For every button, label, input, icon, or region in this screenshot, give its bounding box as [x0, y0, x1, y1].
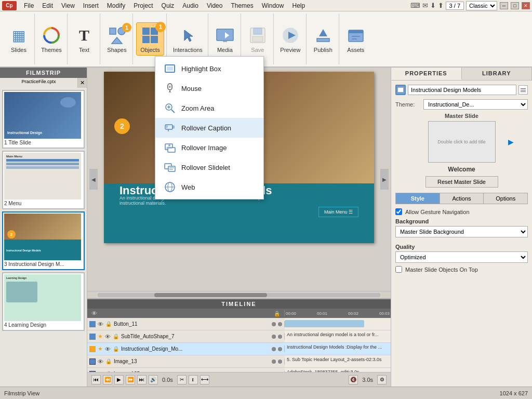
media-button[interactable]: Media [211, 23, 238, 55]
themes-button[interactable]: Themes [38, 23, 65, 55]
reset-master-slide-button[interactable]: Reset Master Slide [425, 176, 498, 188]
tl-right-image13[interactable]: 5. Sub Topic Header Layout_2-assets-02:3… [285, 355, 391, 367]
menu-help[interactable]: Help [288, 1, 309, 10]
timeline-tracks[interactable]: 👁 🔒 Button_11 ★ 👁 [87, 318, 391, 372]
tl-right-image135[interactable]: AdobeStock_180837355_editi:3.0s [285, 368, 391, 372]
slide-thumb-1[interactable]: Instructional Design 1 Title Slide [2, 90, 85, 149]
menu-item-rollover-caption[interactable]: T Rollover Caption [155, 118, 263, 138]
timeline-row-idm[interactable]: ★ 👁 🔒 Instructional_Design_Mo... Instruc… [87, 343, 391, 355]
tl-right-idm[interactable]: Instructional Design Models :Display for… [285, 343, 391, 355]
download-icon[interactable]: ⬇ [430, 2, 436, 9]
text-button[interactable]: T Text [71, 23, 98, 55]
sub-tab-actions[interactable]: Actions [440, 193, 484, 204]
objects-button[interactable]: 1 Objects [136, 22, 164, 56]
sub-tab-style[interactable]: Style [396, 193, 440, 204]
upload-icon[interactable]: ⬆ [438, 2, 444, 9]
timeline-row-subtitle[interactable]: ★ 👁 🔒 SubTitle_AutoShape_7 An instructio… [87, 330, 391, 343]
lock-header-icon[interactable]: 🔒 [274, 311, 280, 316]
menu-window[interactable]: Window [258, 1, 288, 10]
slide-thumb-2[interactable]: Main Menu 2 Menu [2, 151, 85, 209]
tl-split[interactable]: ⫾ [189, 375, 198, 384]
tab-properties[interactable]: PROPERTIES [391, 68, 462, 80]
scrollbar-track[interactable] [98, 293, 380, 297]
master-slide-preview[interactable]: Double click to add title [428, 121, 496, 163]
tl-go-start[interactable]: ⏮ [91, 375, 101, 384]
menu-modify[interactable]: Modify [103, 1, 129, 10]
background-select[interactable]: Master Slide Background [395, 226, 528, 237]
tl-play[interactable]: ▶ [114, 375, 124, 384]
tl-fit[interactable]: ⟷ [200, 375, 209, 384]
menu-video[interactable]: Video [203, 1, 227, 10]
tl-right-button11[interactable] [285, 318, 391, 330]
svg-rect-39 [168, 166, 175, 171]
tl-mute[interactable]: 🔇 [349, 375, 358, 384]
menu-item-highlight-box[interactable]: Highlight Box [155, 59, 263, 78]
menu-view[interactable]: View [57, 1, 79, 10]
menu-edit[interactable]: Edit [38, 1, 57, 10]
tl-right-subtitle[interactable]: An instructional design model is a tool … [285, 330, 391, 342]
interactions-button[interactable]: Interactions [170, 23, 206, 55]
tab-library[interactable]: LIBRARY [462, 68, 533, 80]
master-slide-nav-arrow[interactable]: ▶ [508, 138, 514, 146]
filmstrip-close-tab[interactable]: ✕ [78, 78, 87, 88]
tl-lock-idm[interactable]: 🔒 [113, 346, 119, 352]
sub-tab-options[interactable]: Options [484, 193, 527, 204]
slides-button[interactable]: ▦ Slides [5, 23, 32, 55]
tl-eye-image13[interactable]: 👁 [98, 358, 103, 365]
tl-lock-subtitle[interactable]: 🔒 [113, 334, 119, 339]
timeline-row-button11[interactable]: 👁 🔒 Button_11 [87, 318, 391, 330]
menu-file[interactable]: File [20, 1, 38, 10]
menu-item-rollover-image[interactable]: Rollover Image [155, 138, 263, 157]
rollover-caption-icon: T [164, 122, 176, 134]
publish-button[interactable]: Publish [310, 23, 337, 55]
minimize-button[interactable]: ─ [500, 2, 508, 9]
menu-item-mouse[interactable]: Mouse [155, 78, 263, 98]
shapes-button[interactable]: 1 Shapes [103, 23, 130, 55]
tl-eye-idm[interactable]: 👁 [105, 346, 111, 352]
slide-title-menu[interactable] [518, 85, 528, 95]
tl-settings[interactable]: ⚙ [377, 375, 387, 384]
maximize-button[interactable]: □ [511, 2, 519, 9]
tl-go-end[interactable]: ⏭ [137, 375, 147, 384]
preview-button[interactable]: Preview [277, 23, 304, 55]
tl-audio[interactable]: 🔊 [149, 375, 158, 384]
main-menu-button[interactable]: Main Menu ☰ [318, 207, 358, 217]
keyboard-icon[interactable]: ⌨ [410, 2, 420, 9]
tl-lock-image13[interactable]: 🔒 [105, 358, 112, 364]
save-button[interactable]: Save [244, 23, 271, 55]
canvas-scroll-left[interactable]: ◀ [89, 169, 98, 190]
menu-themes[interactable]: Themes [227, 1, 257, 10]
slide-thumb-4[interactable]: Learning Design 4 Learning Design [2, 272, 85, 331]
menu-item-zoom-area[interactable]: Zoom Area [155, 98, 263, 118]
quality-select[interactable]: Optimized [395, 251, 528, 263]
menu-item-web[interactable]: Web [155, 177, 263, 197]
menu-audio[interactable]: Audio [178, 1, 203, 10]
slide-title-input[interactable] [408, 85, 516, 95]
gesture-nav-checkbox[interactable] [395, 208, 402, 215]
tl-eye-button11[interactable]: 👁 [98, 321, 103, 327]
eye-header-icon[interactable]: 👁 [91, 310, 97, 316]
menu-insert[interactable]: Insert [79, 1, 103, 10]
email-icon[interactable]: ✉ [422, 2, 428, 9]
tl-eye-subtitle[interactable]: 👁 [105, 334, 111, 340]
slide-thumb-3[interactable]: Instructional Design Models 2 3 Instruct… [2, 211, 85, 270]
mode-select[interactable]: Classic [466, 1, 497, 10]
menu-project[interactable]: Project [129, 1, 157, 10]
svg-rect-7 [151, 36, 158, 43]
filmstrip-file-tab[interactable]: PracticeFile.cptx [0, 78, 78, 88]
assets-button[interactable]: Assets [342, 23, 369, 55]
canvas-scroll-right[interactable]: ▶ [380, 169, 389, 190]
scrollbar-thumb[interactable] [154, 293, 268, 297]
tl-step-back[interactable]: ⏪ [103, 375, 112, 384]
menu-quiz[interactable]: Quiz [157, 1, 179, 10]
master-objects-checkbox[interactable] [395, 266, 402, 273]
tl-step-forward[interactable]: ⏩ [126, 375, 135, 384]
theme-select[interactable]: Instructional_De... [423, 99, 528, 110]
tl-trim[interactable]: ✂ [177, 375, 187, 384]
tl-lock-button11[interactable]: 🔒 [105, 321, 112, 327]
timeline-row-image135[interactable]: 👁 🔒 Image_135 AdobeStock_180837355_editi… [87, 368, 391, 372]
canvas-scrollbar[interactable] [87, 291, 391, 298]
close-button[interactable]: ✕ [522, 2, 530, 9]
timeline-row-image13[interactable]: 👁 🔒 Image_13 5. Sub Topic Header Layout_… [87, 355, 391, 368]
menu-item-rollover-slidelet[interactable]: Rollover Slidelet [155, 157, 263, 177]
